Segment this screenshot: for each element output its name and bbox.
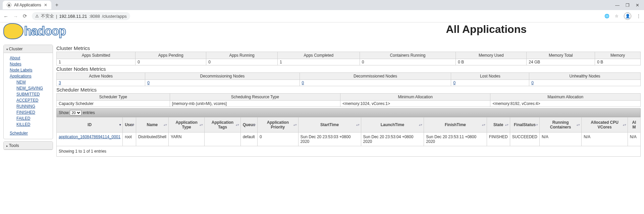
td-queue: default [240,132,257,146]
close-window-icon[interactable]: ✕ [636,3,639,8]
reload-icon[interactable]: ⟳ [23,13,27,19]
address-bar[interactable]: ⚠ 不安全 | 192.168.11.21:8088/cluster/apps [32,12,130,20]
th-decommissioned-nodes: Decommissioned Nodes [300,73,451,80]
th-scheduler-type: Scheduler Type [57,94,170,101]
applications-table: ID▾ User▴▾ Name▴▾ Application Type▴▾ App… [56,117,641,146]
minimize-icon[interactable]: — [615,3,620,8]
hadoop-logo: hadoop [3,23,66,39]
td-unhealthy-nodes: 0 [529,80,641,86]
td-mem: N/A [628,132,640,146]
sidebar-link-finished[interactable]: FINISHED [16,109,49,115]
sort-icon: ▴▾ [505,123,508,126]
sidebar-link-scheduler[interactable]: Scheduler [10,130,49,136]
url-port: :8088 [89,14,100,19]
sidebar-link-about[interactable]: About [10,55,49,61]
lost-link[interactable]: 0 [453,81,455,85]
sidebar-link-failed[interactable]: FAILED [16,115,49,121]
profile-icon[interactable]: 👤 [624,12,631,20]
cluster-metrics-table: Apps Submitted Apps Pending Apps Running… [56,52,641,65]
sort-icon: ▴▾ [293,123,297,126]
elephant-icon [3,23,23,39]
decommissioned-link[interactable]: 0 [302,81,304,85]
th-app-tags[interactable]: Application Tags▴▾ [205,117,240,132]
td-launch: Sun Dec 20 23:53:04 +0800 2020 [361,132,424,146]
th-max-alloc: Maximum Allocation [490,94,641,101]
td-decommissioning-nodes: 0 [145,80,300,86]
section-nodes-metrics: Cluster Nodes Metrics [56,66,641,72]
sidebar-link-new[interactable]: NEW [16,79,49,85]
scheduler-metrics-table: Scheduler Type Scheduling Resource Type … [56,93,641,107]
th-apps-pending: Apps Pending [136,52,206,59]
sort-icon: ▴▾ [577,123,580,126]
sort-icon: ▴▾ [623,123,626,126]
td-apps-submitted: 1 [57,59,136,65]
decommissioning-link[interactable]: 0 [147,81,150,85]
sidebar: Cluster About Nodes Node Labels Applicat… [3,45,53,157]
th-start[interactable]: StartTime▴▾ [298,117,361,132]
td-apps-pending: 0 [136,59,206,65]
td-apps-running: 0 [206,59,278,65]
back-icon[interactable]: ← [3,13,8,19]
th-queue[interactable]: Queue▴▾ [240,117,257,132]
star-icon[interactable]: ☆ [615,14,619,18]
table-row: application_1608478694114_0001 root Dist… [57,132,641,146]
th-cpu[interactable]: Allocated CPU VCores▴▾ [582,117,628,132]
th-running-containers[interactable]: Running Containers▴▾ [540,117,582,132]
th-apps-running: Apps Running [206,52,278,59]
forward-icon[interactable]: → [13,13,18,19]
td-max-alloc: <memory:8192, vCores:4> [490,101,641,107]
table-row: Apps Submitted Apps Pending Apps Running… [57,52,641,59]
th-lost-nodes: Lost Nodes [451,73,529,80]
td-scheduling-resource-type: [memory-mb (unit=Mi), vcores] [170,101,340,107]
active-nodes-link[interactable]: 3 [59,81,61,85]
sidebar-link-running[interactable]: RUNNING [16,103,49,109]
close-icon[interactable]: ✕ [44,3,47,7]
maximize-icon[interactable]: ❐ [626,3,630,8]
application-id-link[interactable]: application_1608478694114_0001 [59,135,120,139]
sidebar-link-submitted[interactable]: SUBMITTED [16,91,49,97]
menu-icon[interactable]: ⋮ [637,14,641,18]
th-name[interactable]: Name▴▾ [136,117,168,132]
translate-icon[interactable]: 🌐 [604,14,609,18]
th-scheduling-resource-type: Scheduling Resource Type [170,94,340,101]
logo-text: hadoop [24,24,66,38]
sidebar-link-accepted[interactable]: ACCEPTED [16,97,49,103]
th-apps-submitted: Apps Submitted [57,52,136,59]
sort-icon: ▴▾ [236,123,239,126]
th-id[interactable]: ID▾ [57,117,123,132]
sidebar-link-nodes[interactable]: Nodes [10,61,49,67]
td-finish: Sun Dec 20 23:53:11 +0800 2020 [424,132,487,146]
th-final[interactable]: FinalStatus▴▾ [510,117,539,132]
td-containers-running: 0 [360,59,456,65]
section-scheduler-metrics: Scheduler Metrics [56,87,641,93]
sidebar-link-applications[interactable]: Applications [10,73,49,79]
th-mem[interactable]: Al M [628,117,640,132]
new-tab-button[interactable]: + [53,1,61,9]
show-suffix: entries [83,110,95,115]
th-decommissioning-nodes: Decommissioning Nodes [145,73,300,80]
entries-select[interactable]: 20 [70,110,82,115]
td-name: DistributedShell [136,132,168,146]
page-title: All Applications [446,23,641,36]
browser-tab[interactable]: ◉ All Applications ✕ [3,1,51,9]
tab-bar: ◉ All Applications ✕ + — ❐ ✕ [0,0,644,10]
td-start: Sun Dec 20 23:53:03 +0800 2020 [298,132,361,146]
th-finish[interactable]: FinishTime▴▾ [424,117,487,132]
th-launch[interactable]: LaunchTime▴▾ [361,117,424,132]
address-separator: | [56,14,57,19]
sidebar-header-cluster[interactable]: Cluster [4,45,53,53]
sidebar-link-node-labels[interactable]: Node Labels [10,67,49,73]
th-memory-used: Memory Used [456,52,527,59]
td-memory-used: 0 B [456,59,527,65]
sidebar-header-tools[interactable]: Tools [4,142,53,150]
th-app-type[interactable]: Application Type▴▾ [168,117,204,132]
sort-icon: ▴▾ [535,123,538,126]
main-content: Cluster Metrics Apps Submitted Apps Pend… [56,45,641,157]
th-priority[interactable]: Application Priority▴▾ [258,117,299,132]
sidebar-link-new-saving[interactable]: NEW_SAVING [16,85,49,91]
th-user[interactable]: User▴▾ [123,117,136,132]
th-state[interactable]: State▴▾ [487,117,510,132]
sort-icon: ▴▾ [253,123,256,126]
unhealthy-link[interactable]: 0 [531,81,534,85]
sidebar-link-killed[interactable]: KILLED [16,121,49,127]
